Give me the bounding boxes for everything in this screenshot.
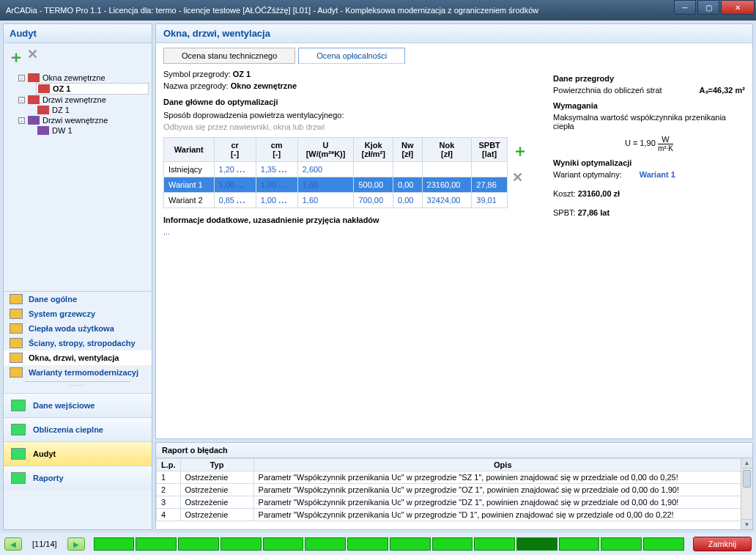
tree-node[interactable]: -Okna zewnętrzne xyxy=(17,73,149,83)
table-header[interactable]: SPBT[lat] xyxy=(472,138,508,162)
edit-dots-icon[interactable]: ... xyxy=(237,165,245,174)
table-header[interactable]: Nw[zł] xyxy=(393,138,423,162)
error-row[interactable]: 3OstrzeżenieParametr "Współczynnik przen… xyxy=(157,496,752,509)
table-cell[interactable]: 1,35 ... xyxy=(256,162,297,177)
progress-seg[interactable] xyxy=(94,537,135,551)
close-window-button[interactable]: ✕ xyxy=(721,0,755,15)
tree-node[interactable]: -Drzwi zewnętrzne xyxy=(17,95,149,105)
scroll-up-icon[interactable]: ▲ xyxy=(741,458,752,468)
collapse-icon[interactable]: - xyxy=(18,75,25,81)
tree-node[interactable]: -Drzwi wewnętrzne xyxy=(17,115,149,125)
table-cell[interactable]: 500,00 xyxy=(354,177,393,193)
add-icon[interactable]: ＋ xyxy=(8,46,24,68)
table-cell[interactable]: 700,00 xyxy=(354,193,393,208)
tool-warianty[interactable]: Warianty termomodernizacyj xyxy=(4,365,152,380)
tool-system-grzewczy[interactable]: System grzewczy xyxy=(4,306,152,321)
tool-okna-drzwi[interactable]: Okna, drzwi, wentylacja xyxy=(4,350,152,365)
table-cell[interactable]: 39,01 xyxy=(472,193,508,208)
delete-row-icon[interactable]: ✕ xyxy=(512,169,528,185)
progress-seg[interactable] xyxy=(559,537,600,551)
collapse-icon[interactable]: - xyxy=(18,117,25,124)
progress-seg[interactable] xyxy=(136,537,177,551)
scroll-thumb[interactable] xyxy=(743,470,751,488)
tree-node[interactable]: DZ 1 xyxy=(36,105,149,115)
table-cell[interactable]: 23160,00 xyxy=(422,177,472,193)
table-cell[interactable]: 0,00 xyxy=(393,193,423,208)
table-cell[interactable]: 1,00 ... xyxy=(256,193,297,208)
table-cell[interactable]: 0,85 ... xyxy=(214,193,256,208)
table-cell[interactable]: 1,20 ... xyxy=(214,162,256,177)
error-row[interactable]: 1OstrzeżenieParametr "Współczynnik przen… xyxy=(157,471,752,484)
prev-button[interactable]: ◀ xyxy=(4,537,22,551)
error-row[interactable]: 2OstrzeżenieParametr "Współczynnik przen… xyxy=(157,484,752,496)
tool-dane-ogolne[interactable]: Dane ogólne xyxy=(4,292,152,306)
progress-seg[interactable] xyxy=(390,537,431,551)
table-row[interactable]: Istniejący1,20 ...1,35 ...2,600 xyxy=(164,162,508,177)
col-opis[interactable]: Opis xyxy=(253,459,752,471)
tree-node-selected[interactable]: OZ 1 xyxy=(36,83,149,95)
progress-seg[interactable] xyxy=(347,537,388,551)
progress-seg[interactable] xyxy=(474,537,515,551)
table-header[interactable]: cm[-] xyxy=(256,138,297,162)
table-cell[interactable]: 1,60 xyxy=(297,193,354,208)
table-row[interactable]: Wariant 20,85 ...1,00 ...1,60700,000,003… xyxy=(164,193,508,208)
nav-dane-wejsciowe[interactable]: Dane wejściowe xyxy=(4,393,152,417)
wopt-value[interactable]: Wariant 1 xyxy=(640,170,675,179)
edit-dots-icon[interactable]: ... xyxy=(278,180,287,189)
nav-raporty[interactable]: Raporty xyxy=(4,466,152,490)
table-cell[interactable] xyxy=(422,162,472,177)
col-typ[interactable]: Typ xyxy=(180,459,253,471)
table-cell[interactable] xyxy=(472,162,508,177)
table-cell[interactable]: 32424,00 xyxy=(422,193,472,208)
table-cell[interactable] xyxy=(393,162,423,177)
table-cell[interactable]: Istniejący xyxy=(164,162,215,177)
nav-obliczenia[interactable]: Obliczenia cieplne xyxy=(4,417,152,441)
tab-ocena-stanu[interactable]: Ocena stanu technicznego xyxy=(163,48,295,64)
tree-node[interactable]: DW 1 xyxy=(36,125,149,136)
nav-audyt[interactable]: Audyt xyxy=(4,441,152,466)
progress-seg[interactable] xyxy=(263,537,304,551)
error-row[interactable]: 4OstrzeżenieParametr "Współczynnik przen… xyxy=(157,509,752,521)
table-header[interactable]: Nok[zł] xyxy=(422,138,472,162)
tool-ciepla-woda[interactable]: Ciepła woda użytkowa xyxy=(4,321,152,336)
scroll-down-icon[interactable]: ▼ xyxy=(741,519,752,529)
table-cell[interactable]: 27,86 xyxy=(472,177,508,193)
table-header[interactable]: cr[-] xyxy=(214,138,256,162)
edit-dots-icon[interactable]: ... xyxy=(278,196,287,205)
add-row-icon[interactable]: ＋ xyxy=(512,140,528,162)
progress-seg-current[interactable] xyxy=(516,537,557,551)
maximize-button[interactable]: ▢ xyxy=(697,0,719,15)
table-header[interactable]: Kjok[zł/m²] xyxy=(354,138,393,162)
table-cell[interactable]: Wariant 2 xyxy=(164,193,215,208)
minimize-button[interactable]: ─ xyxy=(674,0,696,15)
edit-dots-icon[interactable]: ... xyxy=(237,180,245,189)
tool-sciany-stropy[interactable]: Ściany, stropy, stropodachy xyxy=(4,336,152,350)
progress-seg[interactable] xyxy=(601,537,642,551)
table-cell[interactable]: 1,00 ... xyxy=(256,177,297,193)
tab-ocena-oplacalnosci[interactable]: Ocena opłacalności xyxy=(298,48,405,64)
table-cell[interactable]: 1,60 xyxy=(297,177,354,193)
progress-seg[interactable] xyxy=(305,537,346,551)
progress-seg[interactable] xyxy=(643,537,684,551)
table-header[interactable]: U[W/(m²*K)] xyxy=(297,138,354,162)
table-cell[interactable]: 2,600 xyxy=(297,162,354,177)
edit-dots-icon[interactable]: ... xyxy=(237,196,245,205)
resize-handle[interactable]: ····· xyxy=(26,381,130,389)
table-row[interactable]: Wariant 11,00 ...1,00 ...1,60500,000,002… xyxy=(164,177,508,193)
close-button[interactable]: Zamknij xyxy=(693,537,752,551)
table-cell[interactable]: 0,00 xyxy=(393,177,423,193)
progress-seg[interactable] xyxy=(432,537,473,551)
extra-info-edit[interactable]: ... xyxy=(163,224,541,239)
delete-icon[interactable]: ✕ xyxy=(27,46,38,68)
table-cell[interactable]: 1,00 ... xyxy=(214,177,256,193)
next-button[interactable]: ▶ xyxy=(67,537,85,551)
progress-seg[interactable] xyxy=(178,537,219,551)
table-cell[interactable]: Wariant 1 xyxy=(164,177,215,193)
table-header[interactable]: Wariant xyxy=(164,138,215,162)
scrollbar[interactable]: ▲ ▼ xyxy=(741,458,752,529)
edit-dots-icon[interactable]: ... xyxy=(278,165,287,174)
table-cell[interactable] xyxy=(354,162,393,177)
progress-seg[interactable] xyxy=(220,537,262,551)
col-lp[interactable]: L.p. xyxy=(157,459,181,471)
collapse-icon[interactable]: - xyxy=(18,97,25,103)
